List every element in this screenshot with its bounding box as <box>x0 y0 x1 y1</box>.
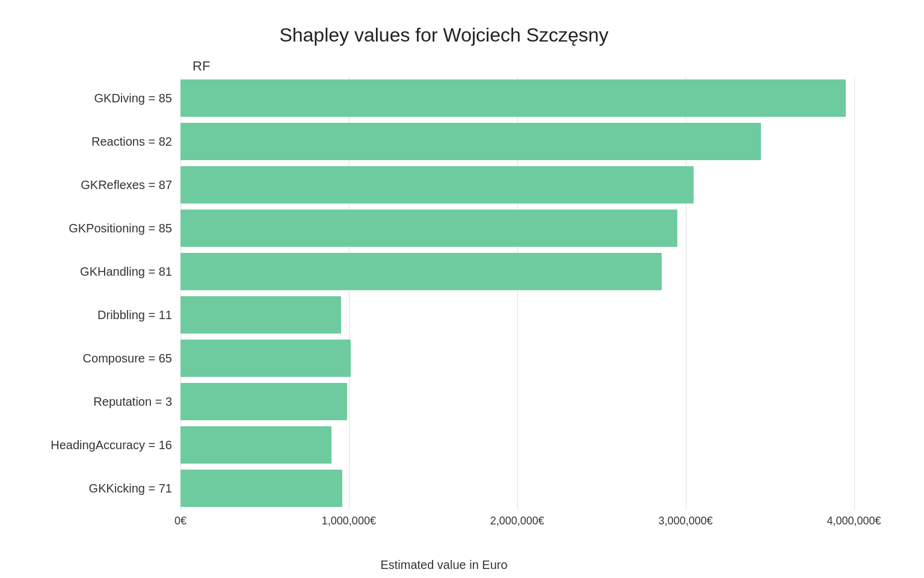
chart-inner: GKDiving = 85Reactions = 82GKReflexes = … <box>0 76 888 510</box>
x-tick-label: 2,000,000€ <box>490 515 544 527</box>
bar <box>180 210 677 247</box>
bar-row <box>180 79 888 117</box>
y-axis-labels: GKDiving = 85Reactions = 82GKReflexes = … <box>0 76 180 510</box>
bar-row <box>180 123 888 160</box>
bar-row <box>180 383 888 420</box>
y-label: Reactions = 82 <box>91 120 172 163</box>
y-label: GKReflexes = 87 <box>81 163 172 207</box>
chart-container: Shapley values for Wojciech Szczęsny RF … <box>0 0 924 578</box>
bars-rows <box>180 76 888 510</box>
x-axis-ticks-container: 0€1,000,000€2,000,000€3,000,000€4,000,00… <box>180 510 888 540</box>
y-label: GKDiving = 85 <box>94 76 172 120</box>
bar <box>180 426 331 464</box>
x-tick-label: 4,000,000€ <box>827 515 881 527</box>
y-label: HeadingAccuracy = 16 <box>51 423 172 467</box>
bar-row <box>180 296 888 334</box>
x-tick-label: 0€ <box>174 515 186 527</box>
model-label: RF <box>192 58 210 74</box>
bar-row <box>180 470 888 507</box>
bar-row <box>180 340 888 377</box>
bars-area <box>180 76 888 510</box>
chart-area: GKDiving = 85Reactions = 82GKReflexes = … <box>0 76 888 572</box>
y-label: GKPositioning = 85 <box>69 207 172 250</box>
y-label: Reputation = 3 <box>93 380 172 423</box>
bar <box>180 470 342 507</box>
x-tick-label: 3,000,000€ <box>659 515 713 527</box>
bar <box>180 123 761 160</box>
x-axis-label: Estimated value in Euro <box>0 558 888 572</box>
y-label: Composure = 65 <box>83 337 172 380</box>
x-tick-label: 1,000,000€ <box>322 515 376 527</box>
bar <box>180 340 351 377</box>
y-label: Dribbling = 11 <box>97 293 172 337</box>
bar <box>180 296 341 334</box>
bar-row <box>180 166 888 204</box>
bar-row <box>180 210 888 247</box>
chart-title: Shapley values for Wojciech Szczęsny <box>279 24 608 46</box>
bar <box>180 383 347 420</box>
y-label: GKHandling = 81 <box>80 250 172 293</box>
bar <box>180 253 662 290</box>
bar-row <box>180 253 888 290</box>
y-label: GKKicking = 71 <box>89 467 172 510</box>
bar <box>180 79 846 117</box>
bar-row <box>180 426 888 464</box>
bar <box>180 166 694 204</box>
